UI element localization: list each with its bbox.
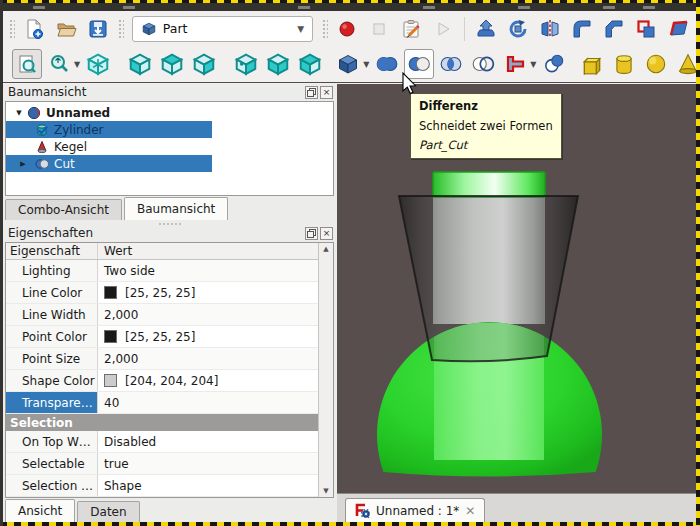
document-tab-label: Unnamed : 1*	[376, 504, 459, 518]
property-row[interactable]: Selectable true	[6, 453, 318, 475]
revolve-icon	[507, 18, 529, 40]
view-top-icon	[160, 52, 184, 76]
scroll-up-icon[interactable]: ▲	[323, 245, 328, 253]
join-connect-button[interactable]	[500, 49, 530, 79]
menubar-sliver	[3, 3, 696, 11]
axonometric-dropdown-arrow[interactable]: ▼	[363, 60, 369, 69]
property-row[interactable]: Point Size 2,000	[6, 348, 318, 370]
view-isometric-button[interactable]	[83, 49, 113, 79]
zoom-dropdown-arrow[interactable]: ▼	[74, 60, 80, 69]
view-bottom-button[interactable]	[263, 49, 293, 79]
toolbar-grip[interactable]	[117, 18, 124, 40]
expander-open-icon[interactable]: ▼	[12, 109, 26, 117]
window-border-left	[0, 0, 3, 526]
tab-daten[interactable]: Daten	[77, 501, 139, 522]
column-value: Wert	[98, 243, 318, 259]
property-row[interactable]: Line Color [25, 25, 25]	[6, 282, 318, 304]
macro-edit-button[interactable]	[396, 14, 426, 44]
view-rear-button[interactable]	[231, 49, 261, 79]
close-icon: ×	[323, 229, 331, 238]
property-row-selected[interactable]: Transpare… 40	[6, 392, 318, 414]
mirror-button[interactable]	[535, 14, 565, 44]
primitive-cylinder-icon	[612, 52, 636, 76]
fit-all-button[interactable]	[12, 49, 42, 79]
mirror-icon	[539, 18, 561, 40]
tree-item-cut[interactable]: ▶ Cut	[6, 155, 212, 172]
toolbar-view-boolean-primitives: ▼ ▼	[3, 46, 696, 83]
toolbar-grip[interactable]	[8, 18, 15, 40]
cross-sections-button[interactable]	[468, 49, 498, 79]
view-data-tab-bar: Ansicht Daten	[5, 499, 142, 522]
stop-icon	[368, 18, 390, 40]
edit-macro-icon	[400, 18, 422, 40]
zoom-button[interactable]	[44, 49, 74, 79]
toolbar-grip[interactable]	[321, 18, 328, 40]
view-right-button[interactable]	[189, 49, 219, 79]
join-dropdown-arrow[interactable]: ▼	[530, 60, 536, 69]
color-swatch	[104, 374, 117, 387]
viewport-3d[interactable]: Differenz Schneidet zwei Formen Part_Cut	[337, 84, 696, 493]
properties-section-header: Selection	[6, 414, 318, 431]
view-front-button[interactable]	[125, 49, 155, 79]
macro-record-button[interactable]	[332, 14, 362, 44]
tree-panel-float-button[interactable]	[305, 86, 318, 99]
primitive-box-button[interactable]	[577, 49, 607, 79]
macro-stop-button[interactable]	[364, 14, 394, 44]
tree-item-kegel[interactable]: Kegel	[6, 138, 333, 155]
window-border-bottom	[0, 522, 700, 526]
chamfer-button[interactable]	[599, 14, 629, 44]
play-icon	[432, 18, 454, 40]
dock-tab-bar: Combo-Ansicht Baumansicht	[5, 196, 230, 220]
float-icon	[307, 88, 316, 97]
tree-item-root[interactable]: ▼ Unnamed	[6, 104, 333, 121]
macro-play-button[interactable]	[428, 14, 458, 44]
axonometric-cube-icon	[337, 53, 359, 75]
property-row[interactable]: On Top W… Disabled	[6, 431, 318, 453]
boolean-common-button[interactable]	[436, 49, 466, 79]
fillet-button[interactable]	[567, 14, 597, 44]
tree-item-zylinder[interactable]: Zylinder	[6, 121, 212, 138]
properties-float-button[interactable]	[305, 227, 318, 240]
union-icon	[375, 52, 399, 76]
save-document-button[interactable]	[83, 14, 113, 44]
new-document-icon	[23, 18, 45, 40]
save-icon	[87, 18, 109, 40]
property-row[interactable]: Point Color [25, 25, 25]	[6, 326, 318, 348]
properties-scrollbar[interactable]: ▲ ▼	[318, 243, 333, 497]
document-icon	[26, 106, 42, 120]
combo-dropdown-arrow[interactable]: ▼	[297, 24, 304, 34]
tab-combo-ansicht[interactable]: Combo-Ansicht	[5, 199, 122, 220]
tree-panel-close-button[interactable]: ×	[320, 86, 333, 99]
open-document-button[interactable]	[51, 14, 81, 44]
revolve-button[interactable]	[503, 14, 533, 44]
property-row[interactable]: Lighting Two side	[6, 260, 318, 282]
extrude-button[interactable]	[471, 14, 501, 44]
tab-close-icon[interactable]: ✕	[465, 504, 475, 518]
tab-ansicht[interactable]: Ansicht	[5, 499, 75, 522]
tree-view: ▼ Unnamed Zylinder Kegel ▶ Cut	[5, 101, 334, 196]
view-top-button[interactable]	[157, 49, 187, 79]
fillet-icon	[571, 18, 593, 40]
properties-close-button[interactable]: ×	[320, 227, 333, 240]
new-document-button[interactable]	[19, 14, 49, 44]
ruled-surface-button[interactable]	[663, 14, 693, 44]
tab-baumansicht[interactable]: Baumansicht	[124, 197, 228, 220]
axonometric-button[interactable]	[333, 49, 363, 79]
primitive-cylinder-button[interactable]	[609, 49, 639, 79]
expander-closed-icon[interactable]: ▶	[12, 160, 34, 168]
tooltip-description: Schneidet zwei Formen	[419, 119, 553, 133]
property-row[interactable]: Shape Color [204, 204, 204]	[6, 370, 318, 392]
boolean-button[interactable]	[631, 14, 661, 44]
close-icon: ×	[323, 88, 331, 97]
scroll-down-icon[interactable]: ▼	[323, 487, 328, 495]
property-row[interactable]: Line Width 2,000	[6, 304, 318, 326]
cylinder-icon	[34, 123, 50, 137]
window-border-right	[696, 0, 700, 526]
workbench-selector[interactable]: Part ▼	[132, 16, 313, 42]
boolean-union-button[interactable]	[372, 49, 402, 79]
split-tools-button[interactable]	[539, 49, 569, 79]
document-tab[interactable]: Unnamed : 1* ✕	[345, 498, 485, 522]
primitive-sphere-button[interactable]	[641, 49, 671, 79]
view-left-button[interactable]	[295, 49, 325, 79]
property-row[interactable]: Selection … Shape	[6, 475, 318, 497]
